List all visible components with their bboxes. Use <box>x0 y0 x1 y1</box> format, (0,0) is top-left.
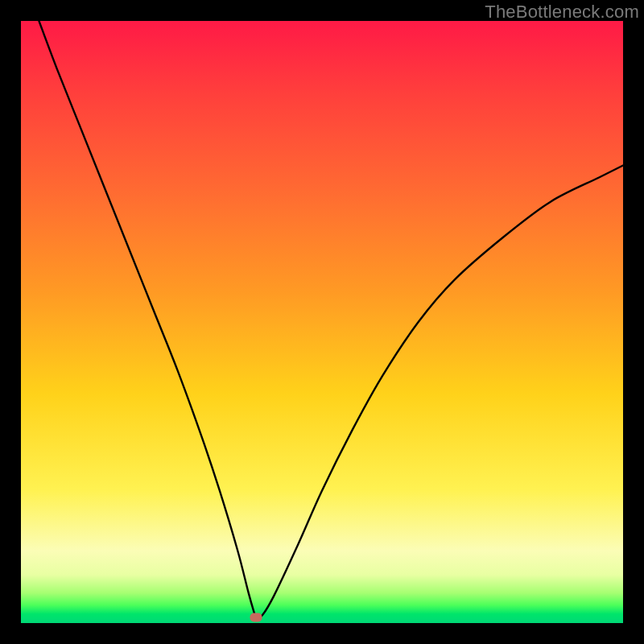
chart-plot-area <box>21 21 623 623</box>
watermark-text: TheBottleneck.com <box>485 2 639 23</box>
chart-frame: TheBottleneck.com <box>0 0 644 644</box>
bottleneck-curve <box>21 21 623 623</box>
bottleneck-minimum-marker <box>250 613 262 621</box>
